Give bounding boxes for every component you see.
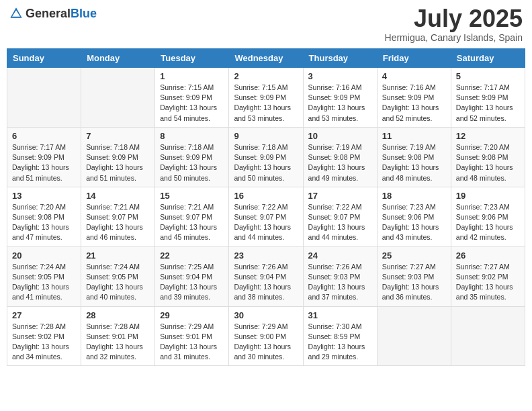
day-number: 8 — [160, 131, 224, 141]
day-of-week-header: Tuesday — [155, 49, 229, 68]
calendar-cell: 28Sunrise: 7:28 AMSunset: 9:01 PMDayligh… — [81, 306, 155, 366]
logo-icon — [9, 7, 23, 20]
calendar-cell: 3Sunrise: 7:16 AMSunset: 9:09 PMDaylight… — [303, 68, 377, 128]
calendar-cell: 16Sunrise: 7:22 AMSunset: 9:07 PMDayligh… — [229, 187, 303, 246]
calendar-cell: 22Sunrise: 7:25 AMSunset: 9:04 PMDayligh… — [155, 246, 229, 306]
day-info: Sunrise: 7:19 AMSunset: 9:08 PMDaylight:… — [382, 142, 446, 183]
day-info: Sunrise: 7:28 AMSunset: 9:02 PMDaylight:… — [12, 322, 76, 363]
calendar-cell — [7, 68, 81, 128]
calendar-cell: 25Sunrise: 7:27 AMSunset: 9:03 PMDayligh… — [377, 246, 451, 306]
calendar-cell: 10Sunrise: 7:19 AMSunset: 9:08 PMDayligh… — [303, 127, 377, 187]
day-number: 18 — [382, 191, 446, 201]
calendar-week-row: 27Sunrise: 7:28 AMSunset: 9:02 PMDayligh… — [7, 306, 525, 366]
day-number: 9 — [234, 131, 298, 141]
calendar-cell: 26Sunrise: 7:27 AMSunset: 9:02 PMDayligh… — [451, 246, 525, 306]
calendar-cell: 8Sunrise: 7:18 AMSunset: 9:09 PMDaylight… — [155, 127, 229, 187]
day-info: Sunrise: 7:23 AMSunset: 9:06 PMDaylight:… — [456, 202, 520, 243]
day-number: 6 — [12, 131, 76, 141]
logo: GeneralBlue — [9, 7, 97, 20]
day-info: Sunrise: 7:24 AMSunset: 9:05 PMDaylight:… — [12, 262, 76, 303]
day-number: 27 — [12, 310, 76, 320]
month-year: July 2025 — [385, 7, 523, 31]
day-info: Sunrise: 7:18 AMSunset: 9:09 PMDaylight:… — [160, 142, 224, 183]
day-number: 23 — [234, 250, 298, 261]
day-info: Sunrise: 7:21 AMSunset: 9:07 PMDaylight:… — [160, 202, 224, 243]
day-number: 30 — [234, 310, 298, 320]
day-info: Sunrise: 7:25 AMSunset: 9:04 PMDaylight:… — [160, 262, 224, 303]
day-info: Sunrise: 7:15 AMSunset: 9:09 PMDaylight:… — [234, 83, 298, 124]
calendar-cell: 2Sunrise: 7:15 AMSunset: 9:09 PMDaylight… — [229, 68, 303, 128]
day-number: 3 — [308, 71, 372, 81]
calendar-cell: 9Sunrise: 7:18 AMSunset: 9:09 PMDaylight… — [229, 127, 303, 187]
logo-text-general: General — [26, 7, 71, 20]
day-number: 4 — [382, 71, 446, 81]
calendar-week-row: 20Sunrise: 7:24 AMSunset: 9:05 PMDayligh… — [7, 246, 525, 306]
calendar-cell: 27Sunrise: 7:28 AMSunset: 9:02 PMDayligh… — [7, 306, 81, 366]
day-number: 15 — [160, 191, 224, 201]
day-info: Sunrise: 7:22 AMSunset: 9:07 PMDaylight:… — [308, 202, 372, 243]
title-section: July 2025 Hermigua, Canary Islands, Spai… — [385, 7, 523, 43]
day-number: 22 — [160, 250, 224, 261]
day-of-week-header: Thursday — [303, 49, 377, 68]
day-of-week-header: Friday — [377, 49, 451, 68]
day-number: 14 — [86, 191, 150, 201]
day-number: 19 — [456, 191, 520, 201]
calendar-cell: 15Sunrise: 7:21 AMSunset: 9:07 PMDayligh… — [155, 187, 229, 246]
day-info: Sunrise: 7:18 AMSunset: 9:09 PMDaylight:… — [234, 142, 298, 183]
day-info: Sunrise: 7:27 AMSunset: 9:02 PMDaylight:… — [456, 262, 520, 303]
calendar-cell: 1Sunrise: 7:15 AMSunset: 9:09 PMDaylight… — [155, 68, 229, 128]
calendar-cell — [377, 306, 451, 366]
calendar-cell: 21Sunrise: 7:24 AMSunset: 9:05 PMDayligh… — [81, 246, 155, 306]
day-number: 16 — [234, 191, 298, 201]
day-number: 31 — [308, 310, 372, 320]
calendar-cell: 4Sunrise: 7:16 AMSunset: 9:09 PMDaylight… — [377, 68, 451, 128]
day-info: Sunrise: 7:29 AMSunset: 9:00 PMDaylight:… — [234, 322, 298, 363]
calendar-cell: 23Sunrise: 7:26 AMSunset: 9:04 PMDayligh… — [229, 246, 303, 306]
day-info: Sunrise: 7:21 AMSunset: 9:07 PMDaylight:… — [86, 202, 150, 243]
day-info: Sunrise: 7:15 AMSunset: 9:09 PMDaylight:… — [160, 83, 224, 124]
calendar-cell: 18Sunrise: 7:23 AMSunset: 9:06 PMDayligh… — [377, 187, 451, 246]
day-number: 26 — [456, 250, 520, 261]
calendar-cell: 6Sunrise: 7:17 AMSunset: 9:09 PMDaylight… — [7, 127, 81, 187]
calendar-cell: 31Sunrise: 7:30 AMSunset: 8:59 PMDayligh… — [303, 306, 377, 366]
calendar-week-row: 13Sunrise: 7:20 AMSunset: 9:08 PMDayligh… — [7, 187, 525, 246]
calendar-week-row: 1Sunrise: 7:15 AMSunset: 9:09 PMDaylight… — [7, 68, 525, 128]
calendar-week-row: 6Sunrise: 7:17 AMSunset: 9:09 PMDaylight… — [7, 127, 525, 187]
day-number: 1 — [160, 71, 224, 81]
day-info: Sunrise: 7:19 AMSunset: 9:08 PMDaylight:… — [308, 142, 372, 183]
day-number: 29 — [160, 310, 224, 320]
day-info: Sunrise: 7:26 AMSunset: 9:03 PMDaylight:… — [308, 262, 372, 303]
day-of-week-header: Saturday — [451, 49, 525, 68]
day-number: 7 — [86, 131, 150, 141]
page-header: GeneralBlue July 2025 Hermigua, Canary I… — [7, 7, 525, 43]
day-number: 28 — [86, 310, 150, 320]
calendar-cell — [451, 306, 525, 366]
day-info: Sunrise: 7:16 AMSunset: 9:09 PMDaylight:… — [382, 83, 446, 124]
day-number: 5 — [456, 71, 520, 81]
day-info: Sunrise: 7:27 AMSunset: 9:03 PMDaylight:… — [382, 262, 446, 303]
calendar-cell: 12Sunrise: 7:20 AMSunset: 9:08 PMDayligh… — [451, 127, 525, 187]
calendar-table: SundayMondayTuesdayWednesdayThursdayFrid… — [7, 48, 525, 366]
calendar-cell: 14Sunrise: 7:21 AMSunset: 9:07 PMDayligh… — [81, 187, 155, 246]
calendar-cell: 29Sunrise: 7:29 AMSunset: 9:01 PMDayligh… — [155, 306, 229, 366]
day-info: Sunrise: 7:18 AMSunset: 9:09 PMDaylight:… — [86, 142, 150, 183]
calendar-cell: 11Sunrise: 7:19 AMSunset: 9:08 PMDayligh… — [377, 127, 451, 187]
day-number: 25 — [382, 250, 446, 261]
calendar-header-row: SundayMondayTuesdayWednesdayThursdayFrid… — [7, 49, 525, 68]
day-info: Sunrise: 7:26 AMSunset: 9:04 PMDaylight:… — [234, 262, 298, 303]
calendar-cell: 19Sunrise: 7:23 AMSunset: 9:06 PMDayligh… — [451, 187, 525, 246]
location: Hermigua, Canary Islands, Spain — [385, 32, 523, 43]
day-of-week-header: Sunday — [7, 49, 81, 68]
day-info: Sunrise: 7:17 AMSunset: 9:09 PMDaylight:… — [12, 142, 76, 183]
day-info: Sunrise: 7:20 AMSunset: 9:08 PMDaylight:… — [456, 142, 520, 183]
day-number: 24 — [308, 250, 372, 261]
day-number: 12 — [456, 131, 520, 141]
day-number: 20 — [12, 250, 76, 261]
day-number: 2 — [234, 71, 298, 81]
day-info: Sunrise: 7:20 AMSunset: 9:08 PMDaylight:… — [12, 202, 76, 243]
day-info: Sunrise: 7:17 AMSunset: 9:09 PMDaylight:… — [456, 83, 520, 124]
day-info: Sunrise: 7:22 AMSunset: 9:07 PMDaylight:… — [234, 202, 298, 243]
day-info: Sunrise: 7:30 AMSunset: 8:59 PMDaylight:… — [308, 322, 372, 363]
day-info: Sunrise: 7:16 AMSunset: 9:09 PMDaylight:… — [308, 83, 372, 124]
calendar-cell: 13Sunrise: 7:20 AMSunset: 9:08 PMDayligh… — [7, 187, 81, 246]
